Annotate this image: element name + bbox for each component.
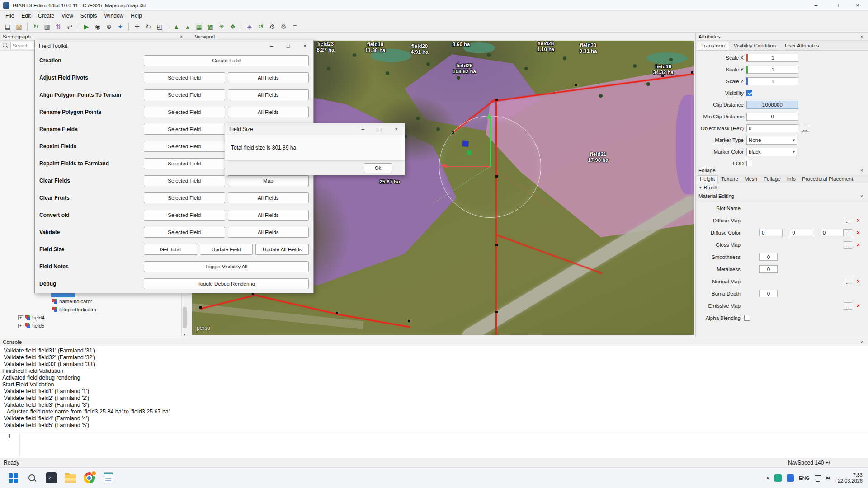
toolbar-item[interactable]: ▲	[171, 22, 181, 32]
close-icon[interactable]: ×	[858, 34, 865, 39]
menu-item[interactable]: Help	[127, 13, 146, 19]
toolkit-button[interactable]: Selected Field	[144, 192, 225, 203]
tray-app-blue-icon[interactable]	[787, 474, 794, 482]
tree-node[interactable]: + field4	[0, 314, 188, 322]
toolkit-button[interactable]: Selected Field	[144, 210, 225, 221]
toolbar-item[interactable]: ↻	[31, 22, 41, 32]
diffuse-color-b-input[interactable]: 0	[821, 229, 844, 236]
toolbar-item[interactable]: ◈	[245, 22, 255, 32]
gloss-map-clear-button[interactable]: ×	[855, 241, 862, 248]
close-icon[interactable]: ×	[858, 193, 865, 199]
clip-distance-input[interactable]: 1000000	[746, 101, 798, 109]
foliage-tab[interactable]: Info	[784, 175, 799, 183]
toolkit-button[interactable]: All Fields	[228, 89, 309, 100]
expander-icon[interactable]: +	[18, 324, 23, 328]
toolbar-item[interactable]	[27, 23, 28, 31]
scale-z-input[interactable]: 1	[746, 77, 798, 85]
viewport-tab[interactable]: Viewport	[195, 34, 215, 39]
taskbar-clock[interactable]: 7:33 22.03.2026	[838, 472, 863, 484]
metalness-input[interactable]: 0	[760, 265, 778, 273]
foliage-tab[interactable]: Foliage	[760, 175, 784, 183]
maximize-button[interactable]: □	[826, 0, 847, 10]
toolkit-button[interactable]: All Fields	[228, 192, 309, 203]
toolkit-button[interactable]: Toggle Visibility All	[144, 261, 309, 272]
notepad-button[interactable]	[101, 471, 115, 485]
menu-item[interactable]: Window	[101, 13, 127, 19]
tree-node[interactable]: + field5	[0, 322, 188, 330]
normal-map-browse-button[interactable]: ...	[844, 278, 852, 285]
toolbar-item[interactable]: ◉	[93, 22, 103, 32]
toolbar-item[interactable]: ≡	[290, 22, 300, 32]
toolbar-item[interactable]: ✳	[217, 22, 226, 32]
close-icon[interactable]: ×	[178, 34, 185, 39]
marker-type-select[interactable]: None ▾	[746, 136, 797, 145]
visibility-checkbox[interactable]	[746, 90, 752, 96]
expander-icon[interactable]: +	[18, 315, 23, 320]
marker-color-select[interactable]: black ▾	[746, 148, 797, 156]
toolbar-item[interactable]: ▶	[81, 22, 91, 32]
normal-map-clear-button[interactable]: ×	[855, 278, 862, 285]
diffuse-color-g-input[interactable]: 0	[790, 229, 813, 236]
menu-item[interactable]: Scripts	[77, 13, 101, 19]
toolbar-item[interactable]: ▨	[14, 22, 24, 32]
maximize-button[interactable]: □	[280, 40, 297, 52]
toolkit-button[interactable]: Selected Field	[144, 124, 225, 135]
minimize-button[interactable]: –	[354, 123, 371, 135]
scale-y-input[interactable]: 1	[746, 66, 798, 74]
attributes-tab[interactable]: Visibility Condition	[729, 42, 780, 50]
toolkit-button[interactable]: Selected Field	[144, 141, 225, 152]
toolkit-button[interactable]: Map	[228, 175, 309, 186]
scroll-down-icon[interactable]: ▾	[182, 333, 188, 337]
min-clip-distance-input[interactable]: 0	[746, 113, 798, 121]
file-explorer-button[interactable]	[63, 471, 77, 485]
toolbar-item[interactable]	[128, 23, 129, 31]
toolkit-button[interactable]: Toggle Debug Rendering	[144, 278, 309, 289]
maximize-button[interactable]: □	[371, 123, 388, 135]
smoothness-input[interactable]: 0	[760, 253, 778, 261]
toolbar-item[interactable]: ✛	[132, 22, 142, 32]
toolkit-button[interactable]: All Fields	[228, 107, 309, 117]
diffuse-color-clear-button[interactable]: ×	[855, 229, 862, 236]
toolkit-button[interactable]: Update All Fields	[255, 244, 309, 255]
toolkit-button[interactable]: Selected Field	[144, 158, 225, 169]
toolkit-button[interactable]: Update Field	[200, 244, 253, 255]
menu-item[interactable]: View	[58, 13, 77, 19]
terminal-app-button[interactable]: >_	[44, 471, 58, 485]
toolbar-item[interactable]	[78, 23, 78, 31]
toolbar-item[interactable]: ▩	[205, 22, 215, 32]
toolbar-item[interactable]: ▥	[42, 22, 52, 32]
toolkit-button[interactable]: Selected Field	[144, 227, 225, 238]
toolbar-item[interactable]: ▤	[3, 22, 13, 32]
toolkit-button[interactable]: Create Field	[144, 55, 309, 66]
lod-checkbox[interactable]	[746, 161, 752, 167]
toolbar-item[interactable]: ✦	[115, 22, 125, 32]
taskbar-search-button[interactable]	[25, 471, 39, 485]
diffuse-color-r-input[interactable]: 0	[760, 229, 783, 236]
gizmo-axis-y[interactable]	[490, 118, 491, 167]
close-button[interactable]: ×	[297, 40, 313, 52]
diffuse-color-picker-button[interactable]: ...	[844, 229, 852, 236]
toolbar-item[interactable]: ⇄	[65, 22, 75, 32]
toolbar-item[interactable]: ▴	[183, 22, 193, 32]
foliage-tab[interactable]: Procedural Placement	[799, 175, 856, 183]
foliage-brush-section[interactable]: ▾ Brush	[696, 183, 868, 192]
object-mask-input[interactable]: 0	[746, 124, 798, 132]
toolkit-button[interactable]: All Fields	[228, 72, 309, 83]
diffuse-map-clear-button[interactable]: ×	[855, 217, 862, 224]
emissive-map-clear-button[interactable]: ×	[855, 302, 862, 309]
chrome-button[interactable]	[82, 471, 96, 485]
minimize-button[interactable]: –	[263, 40, 280, 52]
toolbar-item[interactable]: ❖	[228, 22, 238, 32]
ok-button[interactable]: Ok	[364, 163, 392, 173]
toolkit-button[interactable]: Selected Field	[144, 175, 225, 186]
toolbar-item[interactable]: ⇅	[53, 22, 63, 32]
field-size-titlebar[interactable]: Field Size – □ ×	[225, 123, 405, 135]
attributes-tab[interactable]: User Attributes	[780, 42, 823, 50]
toolbar-item[interactable]: ↻	[143, 22, 153, 32]
tray-app-teal-icon[interactable]	[774, 474, 782, 482]
toolbar-item[interactable]: ⚙	[278, 22, 288, 32]
field-toolkit-titlebar[interactable]: Field Toolkit – □ ×	[35, 40, 313, 52]
bump-depth-input[interactable]: 0	[760, 290, 778, 297]
foliage-tab[interactable]: Height	[697, 175, 718, 183]
close-button[interactable]: ×	[847, 0, 868, 10]
